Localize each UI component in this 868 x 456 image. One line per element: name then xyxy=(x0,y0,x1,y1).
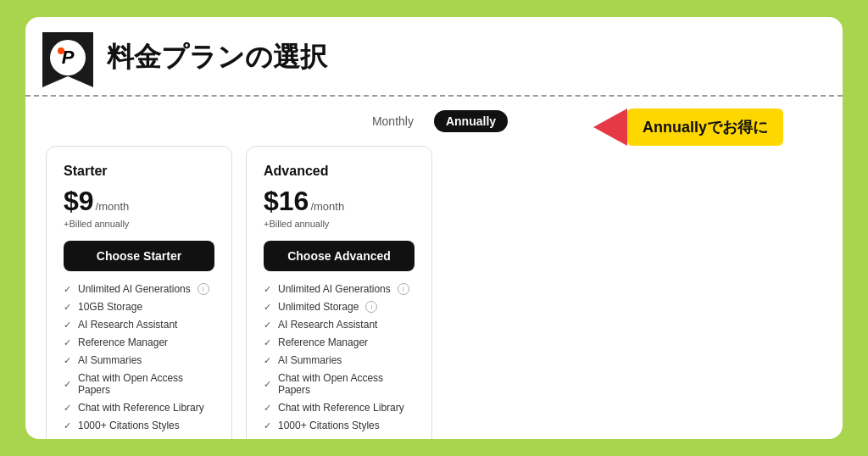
price-note: +Billed annually xyxy=(264,219,415,229)
feature-item: ✓ Unlimited AI Generations i xyxy=(264,283,415,295)
plan-price: $16 /month xyxy=(264,186,415,217)
feature-item: ✓ Chat with Open Access Papers xyxy=(264,372,415,396)
feature-item: ✓ 10GB Storage xyxy=(64,301,214,313)
check-icon: ✓ xyxy=(264,284,271,295)
feature-text: Unlimited AI Generations xyxy=(78,283,191,295)
check-icon: ✓ xyxy=(264,420,271,431)
plan-name: Starter xyxy=(64,164,214,179)
plan-name: Advanced xyxy=(264,164,415,179)
logo-circle: P xyxy=(50,40,86,75)
price-period: /month xyxy=(310,200,344,213)
monthly-option[interactable]: Monthly xyxy=(360,110,426,132)
check-icon: ✓ xyxy=(64,379,71,390)
page-title: 料金プランの選択 xyxy=(107,39,327,76)
feature-item: ✓ AI Summaries xyxy=(264,354,415,366)
check-icon: ✓ xyxy=(64,284,71,295)
feature-item: ✓ Chat with PDF xyxy=(64,437,214,439)
feature-item: ✓ Unlimited Storage i xyxy=(264,301,415,313)
feature-text: AI Summaries xyxy=(278,354,342,366)
check-icon: ✓ xyxy=(264,337,271,348)
feature-text: Unlimited AI Generations xyxy=(278,283,391,295)
feature-text: 1000+ Citations Styles xyxy=(278,420,380,431)
plan-card-starter: Starter $9 /month +Billed annually Choos… xyxy=(46,146,232,439)
check-icon: ✓ xyxy=(264,403,271,414)
price-amount: $9 xyxy=(64,186,94,217)
feature-text: Chat with Open Access Papers xyxy=(78,372,214,396)
feature-text: AI Research Assistant xyxy=(278,319,377,331)
check-icon: ✓ xyxy=(64,302,71,313)
feature-text: AI Research Assistant xyxy=(78,319,177,331)
feature-text: 1000+ Citations Styles xyxy=(78,420,180,431)
logo-dot xyxy=(58,47,64,54)
feature-text: Unlimited Storage xyxy=(278,301,359,313)
feature-item: ✓ Chat with Reference Library xyxy=(64,402,214,414)
annotation-label: Annuallyでお得に xyxy=(627,108,783,146)
feature-text: Chat with PDF xyxy=(78,437,143,439)
annotation-arrow xyxy=(593,108,627,146)
check-icon: ✓ xyxy=(264,320,271,331)
feature-text: Chat with Reference Library xyxy=(278,402,404,414)
check-icon: ✓ xyxy=(64,403,71,414)
check-icon: ✓ xyxy=(264,438,271,440)
check-icon: ✓ xyxy=(64,438,71,440)
annually-option[interactable]: Annually xyxy=(434,110,508,132)
feature-text: Chat with PDF xyxy=(278,437,343,439)
logo: P xyxy=(42,32,93,83)
feature-text: Chat with Reference Library xyxy=(78,402,204,414)
info-icon: i xyxy=(365,301,377,313)
content-area: Monthly Annually Annuallyでお得に Starter $9… xyxy=(25,97,843,439)
info-icon: i xyxy=(198,283,209,295)
main-container: P 料金プランの選択 Monthly Annually Annuallyでお得に… xyxy=(25,17,843,439)
features-list: ✓ Unlimited AI Generations i ✓ 10GB Stor… xyxy=(64,283,214,439)
feature-item: ✓ Chat with PDF xyxy=(264,437,415,439)
choose-advanced-button[interactable]: Choose Advanced xyxy=(264,241,415,271)
check-icon: ✓ xyxy=(64,337,71,348)
check-icon: ✓ xyxy=(264,379,271,390)
check-icon: ✓ xyxy=(264,355,271,366)
feature-text: Reference Manager xyxy=(278,336,368,348)
price-note: +Billed annually xyxy=(64,219,214,229)
feature-item: ✓ AI Research Assistant xyxy=(64,319,214,331)
feature-text: 10GB Storage xyxy=(78,301,142,313)
feature-item: ✓ 1000+ Citations Styles xyxy=(64,420,214,431)
feature-item: ✓ AI Research Assistant xyxy=(264,319,415,331)
feature-item: ✓ AI Summaries xyxy=(64,354,214,366)
feature-text: Chat with Open Access Papers xyxy=(278,372,415,396)
features-list: ✓ Unlimited AI Generations i ✓ Unlimited… xyxy=(264,283,415,439)
choose-starter-button[interactable]: Choose Starter xyxy=(64,241,214,271)
info-icon: i xyxy=(398,283,409,295)
feature-item: ✓ Chat with Open Access Papers xyxy=(64,372,214,396)
plan-card-advanced: Advanced $16 /month +Billed annually Cho… xyxy=(246,146,432,439)
feature-item: ✓ Reference Manager xyxy=(264,336,415,348)
check-icon: ✓ xyxy=(64,420,71,431)
price-amount: $16 xyxy=(264,186,309,217)
feature-text: AI Summaries xyxy=(78,354,142,366)
annotation-container: Annuallyでお得に xyxy=(593,108,783,146)
plans-container: Starter $9 /month +Billed annually Choos… xyxy=(46,146,822,439)
check-icon: ✓ xyxy=(264,302,271,313)
feature-item: ✓ Reference Manager xyxy=(64,336,214,348)
feature-item: ✓ 1000+ Citations Styles xyxy=(264,420,415,431)
feature-text: Reference Manager xyxy=(78,336,168,348)
header: P 料金プランの選択 xyxy=(25,17,843,97)
check-icon: ✓ xyxy=(64,320,71,331)
plan-price: $9 /month xyxy=(64,186,214,217)
price-period: /month xyxy=(96,200,130,213)
feature-item: ✓ Unlimited AI Generations i xyxy=(64,283,214,295)
feature-item: ✓ Chat with Reference Library xyxy=(264,402,415,414)
check-icon: ✓ xyxy=(64,355,71,366)
